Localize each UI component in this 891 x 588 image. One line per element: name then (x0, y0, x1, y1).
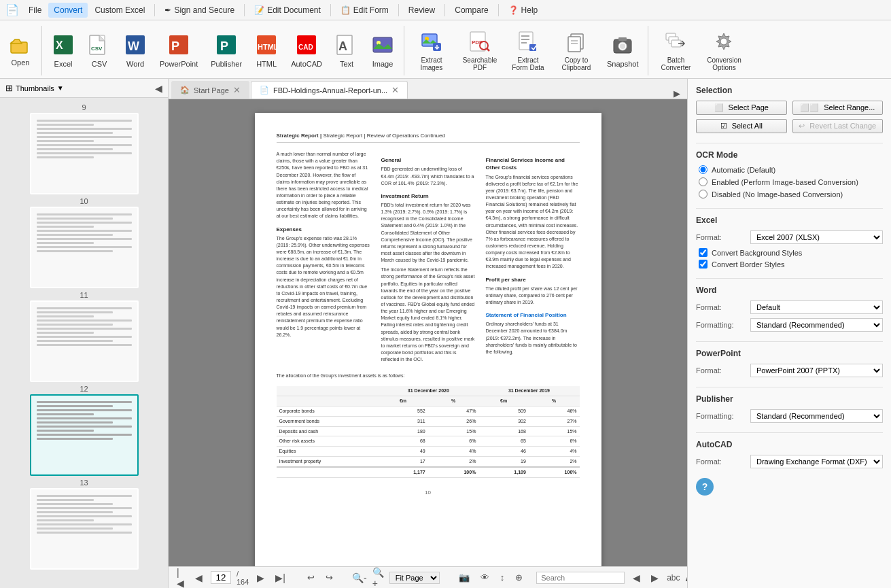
ocr-disabled-radio[interactable] (699, 190, 707, 198)
ribbon-publisher-btn[interactable]: P Publisher (205, 23, 248, 78)
close-fbd-report-icon[interactable]: ✕ (391, 85, 399, 95)
select-range-btn[interactable]: ⬜⬜ Select Range... (792, 101, 884, 115)
select-all-icon: ☑ (720, 122, 727, 130)
grid-view-icon[interactable]: ⊞ (5, 83, 13, 93)
menu-item-sign-secure[interactable]: ✒ Sign and Secure (159, 3, 240, 18)
excel-icon: X (52, 34, 74, 57)
ac-format-select[interactable]: Drawing Exchange Format (DXF) AutoCAD Dr… (750, 455, 883, 468)
svg-text:PDF: PDF (472, 39, 483, 46)
next-page-btn[interactable]: ▶ (254, 571, 267, 585)
pp-format-select[interactable]: PowerPoint 2007 (PPTX) PowerPoint 97-200… (750, 364, 883, 377)
ribbon-snapshot-btn[interactable]: Snapshot (601, 23, 644, 78)
tab-fbd-report[interactable]: 📄 FBD-Holdings-Annual-Report-un... ✕ (251, 81, 408, 99)
zoom-in-btn[interactable]: 🔍+ (372, 567, 384, 589)
collapse-panel-icon[interactable]: ◀ (155, 83, 162, 94)
ribbon-copy-clipboard-btn[interactable]: Copy to Clipboard (553, 23, 600, 78)
revert-last-change-btn[interactable]: ↩ Revert Last Change (792, 119, 884, 133)
menu-item-file[interactable]: File (23, 3, 47, 18)
menu-item-convert[interactable]: Convert (48, 3, 88, 18)
thumbnail-page-13[interactable]: 13 (16, 479, 152, 570)
search-input[interactable] (536, 572, 625, 584)
svg-text:X: X (56, 39, 63, 51)
menu-item-review[interactable]: Review (403, 3, 440, 18)
ribbon-csv-btn[interactable]: CSV CSV (82, 23, 117, 78)
thumb-img-9 (30, 113, 139, 194)
current-page-input[interactable] (211, 571, 231, 584)
last-page-btn[interactable]: ▶| (273, 571, 288, 585)
word-formatting-row: Formatting: Standard (Recommended) Flowi… (696, 318, 883, 332)
doc-investment-text: FBD's total investment return for 2020 w… (381, 202, 475, 264)
ribbon-html-btn[interactable]: HTML HTML (249, 23, 284, 78)
html-icon: HTML (256, 34, 277, 57)
word-format-row: Format: Default Word 2007 (DOCX) Word 97… (696, 300, 883, 314)
excel-format-select[interactable]: Excel 2007 (XLSX) Excel 97-2003 (XLS) CS… (750, 230, 883, 244)
ribbon-word-btn[interactable]: W Word (118, 23, 153, 78)
ribbon-autocad-btn[interactable]: CAD AutoCAD (285, 23, 328, 78)
help-btn[interactable]: ? (696, 478, 714, 496)
ribbon-extract-form-btn[interactable]: Extract Form Data (504, 23, 552, 78)
copy-clipboard-icon (565, 31, 587, 54)
ribbon-batch-converter-btn[interactable]: Batch Converter (652, 23, 699, 78)
word-formatting-select[interactable]: Standard (Recommended) Flowing Exact (750, 318, 883, 332)
first-page-btn[interactable]: |◀ (174, 566, 187, 589)
thumbnail-page-10[interactable]: 10 (16, 197, 152, 288)
redo-btn[interactable]: ↪ (323, 571, 336, 584)
reflow-icon[interactable]: ↕ (497, 571, 508, 584)
ribbon-extract-images-btn[interactable]: Extract Images (408, 23, 455, 78)
ribbon-searchable-pdf-btn[interactable]: PDF Searchable PDF (456, 23, 504, 78)
undo-btn[interactable]: ↩ (304, 571, 317, 584)
ocr-auto-radio[interactable] (699, 165, 707, 174)
searchable-pdf-label: Searchable PDF (462, 56, 497, 71)
chevron-down-icon[interactable]: ▼ (57, 84, 64, 92)
ocr-disabled-label: Disabled (No Image-based Conversion) (712, 190, 843, 198)
thumbnail-page-9[interactable]: 9 (16, 103, 152, 194)
select-row-2: ☑ Select All ↩ Revert Last Change (696, 119, 883, 133)
excel-border-styles-label: Convert Border Styles (712, 260, 785, 269)
select-page-btn[interactable]: ⬜ Select Page (696, 101, 787, 115)
publisher-label: Publisher (211, 60, 242, 68)
word-format-select[interactable]: Default Word 2007 (DOCX) Word 97-2003 (D… (750, 300, 883, 314)
expand-panel-icon[interactable]: ▶ (669, 88, 684, 99)
zoom-out-btn[interactable]: 🔍- (352, 572, 367, 583)
ocr-enabled-label: Enabled (Perform Image-based Conversion) (712, 178, 858, 186)
excel-bg-styles-label: Convert Background Styles (712, 249, 802, 257)
excel-bg-styles-checkbox[interactable] (699, 248, 707, 257)
ribbon-image-btn[interactable]: Image (365, 23, 400, 78)
zoom-level-select[interactable]: Fit Page Fit Width 50% 75% 100% 125% 150… (389, 572, 440, 584)
thumbnail-page-12[interactable]: 12 (16, 385, 152, 476)
search-next-btn[interactable]: ▶ (648, 571, 661, 585)
ribbon: Open X Excel CSV CSV W Word P PowerPoint… (0, 20, 891, 79)
text-icon: A (336, 34, 357, 57)
svg-text:W: W (128, 39, 139, 53)
search-prev-btn[interactable]: ◀ (630, 571, 643, 585)
select-all-btn[interactable]: ☑ Select All (696, 119, 787, 133)
pub-formatting-select[interactable]: Standard (Recommended) Flowing (750, 409, 883, 423)
menu-item-edit-form[interactable]: 📋 Edit Form (335, 3, 394, 18)
divider-3 (696, 278, 883, 279)
doc-income-stmt-text: The Income Statement return reflects the… (381, 266, 475, 363)
publisher-section-title: Publisher (696, 394, 883, 404)
ribbon-open-btn[interactable]: Open (3, 23, 38, 78)
menu-item-help[interactable]: ❓ Help (503, 3, 544, 18)
thumbnail-page-11[interactable]: 11 (16, 291, 152, 382)
open-label: Open (12, 58, 30, 67)
excel-border-styles-checkbox[interactable] (699, 260, 707, 269)
prev-page-btn[interactable]: ◀ (192, 571, 205, 585)
close-start-page-icon[interactable]: ✕ (233, 85, 241, 95)
ribbon-powerpoint-btn[interactable]: P PowerPoint (154, 23, 204, 78)
tab-start-page[interactable]: 🏠 Start Page ✕ (171, 81, 249, 99)
more-view-icon[interactable]: ⊕ (512, 571, 525, 584)
menu-item-custom-excel[interactable]: Custom Excel (89, 3, 150, 18)
ribbon-excel-btn[interactable]: X Excel (46, 23, 81, 78)
extract-form-icon (517, 31, 539, 54)
doc-header: Strategic Report | Strategic Report | Re… (277, 132, 580, 143)
menu-item-edit-document[interactable]: 📝 Edit Document (249, 3, 326, 18)
ribbon-text-btn[interactable]: A Text (329, 23, 364, 78)
ribbon-conversion-options-btn[interactable]: Conversion Options (700, 23, 748, 78)
ocr-enabled-radio[interactable] (699, 177, 707, 186)
eye-icon[interactable]: 👁 (478, 571, 492, 584)
page-number: 10 (277, 489, 580, 496)
menu-item-compare[interactable]: Compare (449, 3, 493, 18)
doc-financial-text: The Group's financial services operation… (486, 174, 580, 271)
snapshot-view-icon[interactable]: 📷 (456, 571, 472, 584)
